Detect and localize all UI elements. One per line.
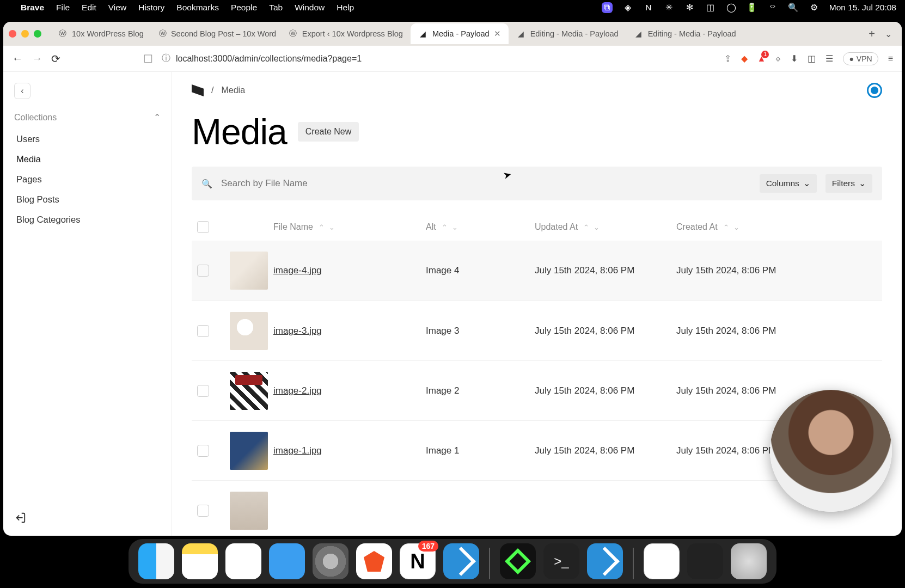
dock-vscode-2[interactable]	[587, 543, 623, 579]
menubar-clock[interactable]: Mon 15. Jul 20:08	[829, 3, 896, 13]
sort-desc-icon[interactable]: ⌄	[733, 223, 739, 231]
col-updated-at[interactable]: Updated At⌃⌄	[535, 222, 676, 232]
sort-desc-icon[interactable]: ⌄	[452, 223, 458, 231]
menu-edit[interactable]: Edit	[82, 3, 96, 13]
media-thumbnail[interactable]	[230, 372, 268, 410]
site-info-icon[interactable]: ⓘ	[162, 53, 170, 64]
reload-button[interactable]: ⟳	[51, 52, 60, 65]
menu-tab[interactable]: Tab	[269, 3, 283, 13]
create-new-button[interactable]: Create New	[298, 122, 359, 142]
sidebar-item-users[interactable]: Users	[14, 129, 161, 149]
file-name-link[interactable]: image-3.jpg	[273, 326, 322, 336]
address-bar[interactable]: ⓘ localhost:3000/admin/collections/media…	[162, 53, 716, 64]
bookmark-icon[interactable]: ☐	[143, 52, 153, 65]
file-name-link[interactable]: image-2.jpg	[273, 385, 322, 396]
battery-icon[interactable]: 🔋	[747, 2, 757, 13]
col-file-name[interactable]: File Name⌃⌄	[273, 222, 426, 232]
sidebar-item-pages[interactable]: Pages	[14, 169, 161, 189]
notion-menu-icon[interactable]: N	[643, 2, 654, 13]
logout-button[interactable]	[14, 512, 26, 526]
user-icon[interactable]: ◯	[726, 2, 737, 13]
pane-icon[interactable]: ◫	[705, 2, 716, 13]
dock-finder[interactable]	[138, 543, 174, 579]
menu-bookmarks[interactable]: Bookmarks	[176, 3, 219, 13]
forward-button[interactable]: →	[32, 52, 42, 65]
columns-button[interactable]: Columns ⌄	[760, 174, 817, 193]
minimize-window-button[interactable]	[21, 30, 29, 38]
menu-people[interactable]: People	[231, 3, 257, 13]
row-checkbox[interactable]	[197, 325, 209, 337]
file-name-link[interactable]: image-1.jpg	[273, 445, 322, 456]
sidebar-item-blog-posts[interactable]: Blog Posts	[14, 189, 161, 210]
share-icon[interactable]: ⇪	[724, 53, 731, 64]
dock-notes[interactable]	[182, 543, 218, 579]
browser-tab[interactable]: ⓦSecond Blog Post – 10x Word	[151, 23, 281, 44]
menu-help[interactable]: Help	[337, 3, 354, 13]
browser-tab[interactable]: ⓦExport ‹ 10x Wordpress Blog	[281, 23, 411, 44]
collapse-sidebar-button[interactable]: ‹	[14, 83, 30, 99]
downloads-icon[interactable]: ⬇	[791, 53, 798, 64]
control-center-icon[interactable]: ⚙	[809, 2, 820, 13]
sidebar-item-blog-categories[interactable]: Blog Categories	[14, 210, 161, 230]
browser-tab[interactable]: ◢Media - Payload✕	[411, 23, 509, 44]
row-checkbox[interactable]	[197, 265, 209, 277]
nbc-icon[interactable]: ✳	[664, 2, 675, 13]
sort-asc-icon[interactable]: ⌃	[583, 223, 589, 231]
menu-file[interactable]: File	[56, 3, 70, 13]
dock-brave[interactable]	[356, 543, 392, 579]
extensions-icon[interactable]: ⟐	[775, 54, 781, 64]
sort-desc-icon[interactable]: ⌄	[594, 223, 600, 231]
row-checkbox[interactable]	[197, 385, 209, 397]
menu-history[interactable]: History	[138, 3, 164, 13]
dock-vscode[interactable]	[443, 543, 479, 579]
dock-document[interactable]	[644, 543, 680, 579]
menu-view[interactable]: View	[108, 3, 126, 13]
sort-asc-icon[interactable]: ⌃	[442, 223, 448, 231]
select-all-checkbox[interactable]	[197, 221, 209, 233]
screen-record-icon[interactable]: ⧉	[602, 2, 613, 13]
sidebar-group-collections[interactable]: Collections ⌃	[14, 112, 161, 122]
account-avatar[interactable]	[867, 83, 882, 98]
diamond-icon[interactable]: ◈	[622, 2, 633, 13]
payload-logo-icon[interactable]	[192, 84, 204, 96]
dock-xml-file[interactable]	[687, 543, 723, 579]
new-tab-button[interactable]: +	[863, 28, 880, 40]
sort-desc-icon[interactable]: ⌄	[329, 223, 335, 231]
brave-rewards-icon[interactable]: ▲	[757, 54, 766, 64]
media-thumbnail[interactable]	[230, 312, 268, 350]
browser-tab[interactable]: ◢Editing - Media - Payload	[626, 23, 744, 44]
spotlight-icon[interactable]: 🔍	[788, 2, 799, 13]
dock-app-green[interactable]	[500, 543, 536, 579]
col-alt[interactable]: Alt⌃⌄	[426, 222, 535, 232]
back-button[interactable]: ←	[12, 52, 23, 65]
menu-window[interactable]: Window	[295, 3, 325, 13]
file-name-link[interactable]: image-4.jpg	[273, 265, 322, 275]
sort-asc-icon[interactable]: ⌃	[723, 223, 729, 231]
dock-settings[interactable]	[313, 543, 348, 579]
menu-app-name[interactable]: Brave	[21, 3, 44, 13]
browser-tab[interactable]: ◢Editing - Media - Payload	[509, 23, 626, 44]
brave-shield-icon[interactable]: ◆	[741, 53, 748, 64]
maximize-window-button[interactable]	[34, 30, 41, 38]
hamburger-menu-icon[interactable]: ≡	[888, 54, 893, 64]
dock-freeform[interactable]	[225, 543, 261, 579]
tab-overflow-button[interactable]: ⌄	[880, 29, 896, 39]
browser-tab[interactable]: ⓦ10x WordPress Blog	[50, 23, 151, 44]
media-thumbnail[interactable]	[230, 252, 268, 290]
filters-button[interactable]: Filters ⌄	[825, 174, 872, 193]
sidepanel-icon[interactable]: ◫	[808, 53, 816, 64]
dock-notion[interactable]: 167	[400, 543, 436, 579]
close-tab-button[interactable]: ✕	[494, 29, 501, 38]
row-checkbox[interactable]	[197, 445, 209, 457]
search-input[interactable]	[221, 178, 751, 189]
sort-asc-icon[interactable]: ⌃	[319, 223, 325, 231]
breadcrumb-media[interactable]: Media	[221, 85, 245, 95]
media-thumbnail[interactable]	[230, 492, 268, 530]
col-created-at[interactable]: Created At⌃⌄	[676, 222, 877, 232]
dock-keynote[interactable]	[269, 543, 305, 579]
reader-icon[interactable]: ☰	[825, 53, 833, 64]
close-window-button[interactable]	[9, 30, 16, 38]
sidebar-item-media[interactable]: Media	[14, 149, 161, 169]
dock-trash[interactable]	[731, 543, 767, 579]
wifi-icon[interactable]: ⌔	[767, 2, 778, 13]
